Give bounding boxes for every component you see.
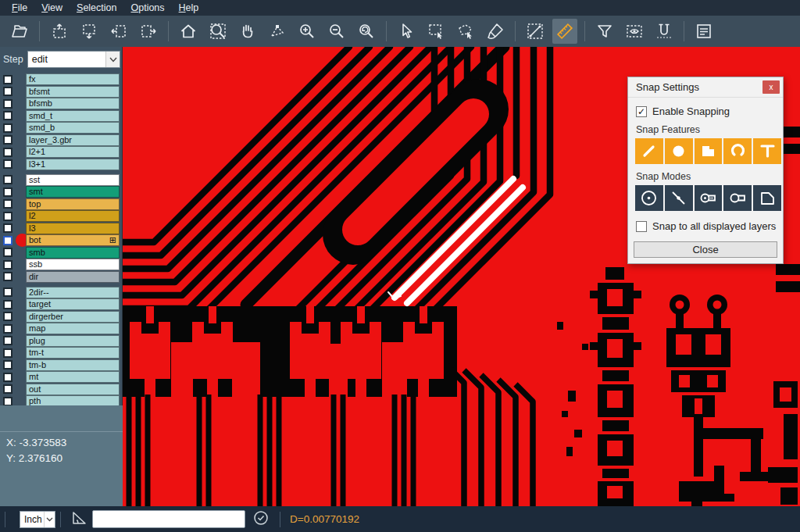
layer-visibility-checkbox[interactable]	[3, 384, 12, 394]
layer-name-field[interactable]: l3	[26, 223, 120, 234]
layer-name-field[interactable]: smd_t	[26, 110, 120, 122]
layer-name-field[interactable]: bfsmb	[26, 98, 120, 109]
layer-row-plug[interactable]: plug	[0, 335, 122, 347]
poly-select-icon[interactable]	[453, 19, 478, 44]
layer-name-field[interactable]: smd_b	[26, 122, 120, 134]
layer-row-top[interactable]: top	[0, 198, 122, 210]
folder-open-icon[interactable]	[7, 19, 32, 44]
zoom-in-icon[interactable]	[295, 19, 320, 44]
layer-visibility-checkbox[interactable]	[3, 223, 12, 233]
dialog-title-bar[interactable]: Snap Settings x	[628, 77, 783, 98]
layer-visibility-checkbox[interactable]	[3, 348, 12, 358]
layer-visibility-checkbox[interactable]	[3, 175, 12, 184]
chevron-down-icon[interactable]	[105, 52, 120, 67]
snap-surface-button[interactable]	[695, 138, 723, 164]
layer-row-layer_3.gbr[interactable]: layer_3.gbr	[0, 134, 122, 146]
angle-measure-icon[interactable]	[70, 509, 88, 530]
layer-name-field[interactable]: ssb	[26, 259, 120, 270]
snap-magnet-icon[interactable]	[652, 19, 677, 44]
pan-down-icon[interactable]	[77, 19, 102, 44]
layer-name-field[interactable]: plug	[26, 335, 120, 347]
layer-row-l2+1[interactable]: l2+1	[0, 146, 122, 158]
layer-row-l3+1[interactable]: l3+1	[0, 159, 122, 170]
measure-input[interactable]	[92, 510, 245, 528]
layer-visibility-checkbox[interactable]	[3, 75, 12, 84]
layer-name-field[interactable]: tm-t	[26, 347, 120, 359]
layer-row-target[interactable]: target	[0, 298, 122, 310]
snap-corner-button[interactable]	[753, 185, 781, 211]
rect-select-icon[interactable]	[423, 19, 448, 44]
layer-visibility-checkbox[interactable]	[3, 312, 12, 321]
chevron-down-icon[interactable]	[44, 512, 55, 527]
layer-row-smd_b[interactable]: smd_b	[0, 122, 122, 134]
layer-visibility-checkbox[interactable]	[3, 324, 12, 334]
layer-visibility-checkbox[interactable]	[3, 148, 12, 157]
layer-visibility-checkbox[interactable]	[3, 236, 12, 245]
menu-item-view[interactable]: View	[34, 1, 70, 15]
pan-left-icon[interactable]	[106, 19, 131, 44]
snap-center-button[interactable]	[635, 185, 663, 211]
layer-visibility-checkbox[interactable]	[3, 287, 12, 297]
home-icon[interactable]	[176, 19, 201, 44]
layer-name-field[interactable]: out	[26, 384, 120, 395]
layer-visibility-checkbox[interactable]	[3, 87, 12, 96]
layer-row-smb[interactable]: smb	[0, 247, 122, 259]
zoom-window-icon[interactable]	[205, 19, 230, 44]
measure-line-icon[interactable]	[523, 19, 548, 44]
units-dropdown[interactable]: Inch	[20, 511, 55, 528]
enable-snapping-checkbox[interactable]: ✓	[636, 106, 647, 117]
layer-visibility-checkbox[interactable]	[3, 123, 12, 133]
step-dropdown[interactable]: edit	[27, 51, 120, 68]
layer-row-l3[interactable]: l3	[0, 223, 122, 234]
layer-visibility-checkbox[interactable]	[3, 248, 12, 257]
layer-visibility-checkbox[interactable]	[3, 199, 12, 209]
menu-item-help[interactable]: Help	[172, 1, 206, 15]
layer-visibility-checkbox[interactable]	[3, 397, 12, 406]
layer-visibility-checkbox[interactable]	[3, 360, 12, 370]
close-button[interactable]: Close	[634, 241, 777, 258]
dialog-close-icon[interactable]: x	[762, 80, 780, 94]
layer-visibility-checkbox[interactable]	[3, 300, 12, 309]
layer-row-l2[interactable]: l2	[0, 210, 122, 222]
menu-item-options[interactable]: Options	[123, 1, 171, 15]
layer-visibility-checkbox[interactable]	[3, 111, 12, 120]
layer-row-ssb[interactable]: ssb	[0, 259, 122, 270]
pan-up-icon[interactable]	[47, 19, 72, 44]
menu-item-selection[interactable]: Selection	[70, 1, 123, 15]
layer-row-sst[interactable]: sst	[0, 174, 122, 186]
layer-name-field[interactable]: tm-b	[26, 359, 120, 371]
pan-right-icon[interactable]	[136, 19, 161, 44]
pan-hand-icon[interactable]	[235, 19, 260, 44]
layer-visibility-checkbox[interactable]	[3, 336, 12, 345]
layer-name-field[interactable]: smb	[26, 247, 120, 259]
layer-name-field[interactable]: bot⊞	[26, 234, 120, 246]
highlight-eye-icon[interactable]	[622, 19, 647, 44]
menu-item-file[interactable]: File	[5, 1, 34, 15]
layer-row-mt[interactable]: mt	[0, 371, 122, 383]
layer-visibility-checkbox[interactable]	[3, 260, 12, 270]
layer-name-field[interactable]: target	[26, 298, 120, 310]
layer-row-map[interactable]: map	[0, 323, 122, 334]
layer-name-field[interactable]: dir	[26, 271, 120, 283]
confirm-sync-icon[interactable]	[253, 510, 269, 529]
layer-row-bfsmb[interactable]: bfsmb	[0, 98, 122, 109]
snap-all-layers-checkbox[interactable]	[636, 221, 647, 232]
layer-name-field[interactable]: dirgerber	[26, 311, 120, 323]
layer-name-field[interactable]: sst	[26, 174, 120, 186]
layer-row-smt[interactable]: smt	[0, 186, 122, 198]
brush-select-icon[interactable]	[483, 19, 508, 44]
layer-visibility-checkbox[interactable]	[3, 99, 12, 109]
layer-visibility-checkbox[interactable]	[3, 373, 12, 382]
snap-slot-end-button[interactable]	[695, 185, 723, 211]
layer-name-field[interactable]: smt	[26, 186, 120, 198]
layer-row-dirgerber[interactable]: dirgerber	[0, 311, 122, 323]
layer-name-field[interactable]: 2dir--	[26, 287, 120, 298]
layer-visibility-checkbox[interactable]	[3, 187, 12, 197]
zoom-out-icon[interactable]	[324, 19, 349, 44]
snap-slot-outline-button[interactable]	[723, 185, 752, 211]
layer-visibility-checkbox[interactable]	[3, 212, 12, 221]
layer-row-bot[interactable]: bot⊞	[0, 234, 122, 246]
layers-panel-icon[interactable]	[691, 19, 716, 44]
layer-visibility-checkbox[interactable]	[3, 159, 12, 169]
ruler-icon[interactable]	[552, 19, 577, 44]
